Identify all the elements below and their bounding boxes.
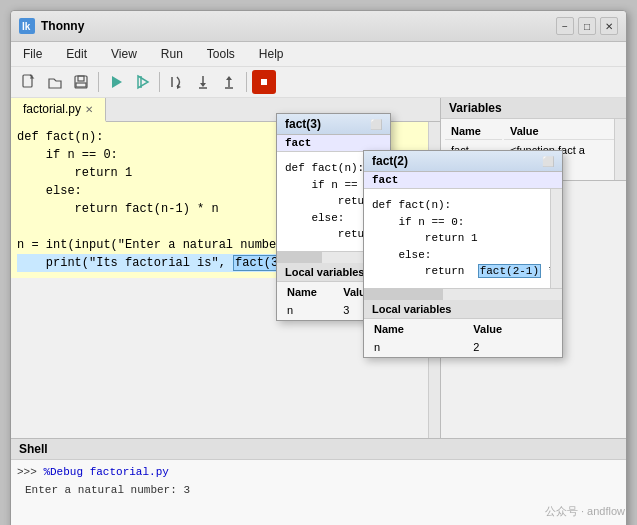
toolbar-separator-1 <box>98 72 99 92</box>
title-bar: Ik Thonny − □ ✕ <box>11 11 626 42</box>
bottom-area: Shell >>> %Debug factorial.py Enter a na… <box>11 438 626 525</box>
step-over-button[interactable] <box>165 70 189 94</box>
app-icon: Ik <box>19 18 35 34</box>
main-area: factorial.py ✕ def fact(n): if n == 0: r… <box>11 98 626 438</box>
tab-label: factorial.py <box>23 102 81 116</box>
floating-fact2-vscrollbar[interactable] <box>550 189 562 288</box>
toolbar <box>11 67 626 98</box>
menu-tools[interactable]: Tools <box>201 45 241 63</box>
minimize-button[interactable]: − <box>556 17 574 35</box>
svg-rect-4 <box>78 76 84 81</box>
fact2-col-name: Name <box>366 321 463 337</box>
floating-fact3-title-text: fact(3) <box>285 117 321 131</box>
tab-close-icon[interactable]: ✕ <box>85 104 93 115</box>
svg-marker-6 <box>112 76 122 88</box>
floating-fact2-window: fact(2) ⬜ fact def fact(n): if n == 0: r… <box>363 150 563 358</box>
floating-fact2-close[interactable]: ⬜ <box>542 156 554 167</box>
fact2-var-row: n 2 <box>366 339 560 355</box>
shell-panel: Shell >>> %Debug factorial.py Enter a na… <box>11 439 626 525</box>
menu-edit[interactable]: Edit <box>60 45 93 63</box>
variables-scrollbar[interactable] <box>614 119 626 180</box>
shell-content[interactable]: >>> %Debug factorial.py Enter a natural … <box>11 460 626 525</box>
menu-bar: File Edit View Run Tools Help <box>11 42 626 67</box>
svg-rect-2 <box>23 75 32 87</box>
fact2-var-value: 2 <box>465 339 560 355</box>
close-button[interactable]: ✕ <box>600 17 618 35</box>
toolbar-separator-3 <box>246 72 247 92</box>
stop-button[interactable] <box>252 70 276 94</box>
col-value: Value <box>504 123 622 140</box>
shell-command: %Debug factorial.py <box>43 466 168 478</box>
toolbar-separator-2 <box>159 72 160 92</box>
menu-run[interactable]: Run <box>155 45 189 63</box>
shell-prompt-symbol: >>> <box>17 466 37 478</box>
svg-rect-18 <box>261 79 267 85</box>
floating-fact2-title[interactable]: fact(2) ⬜ <box>364 151 562 172</box>
svg-text:Ik: Ik <box>22 21 31 32</box>
floating-fact2-code[interactable]: def fact(n): if n == 0: return 1 else: r… <box>364 189 562 288</box>
floating-fact2-local-vars-header: Local variables <box>364 300 562 319</box>
debug-button[interactable] <box>130 70 154 94</box>
step-into-button[interactable] <box>191 70 215 94</box>
floating-fact3-close[interactable]: ⬜ <box>370 119 382 130</box>
floating-fact2-frame-label: fact <box>364 172 562 189</box>
variables-header: Variables <box>441 98 626 119</box>
floating-fact3-title[interactable]: fact(3) ⬜ <box>277 114 390 135</box>
svg-marker-15 <box>226 76 232 80</box>
menu-help[interactable]: Help <box>253 45 290 63</box>
floating-fact2-local-vars: Local variables Name Value n 2 <box>364 300 562 357</box>
tab-factorial[interactable]: factorial.py ✕ <box>11 98 106 122</box>
shell-header: Shell <box>11 439 626 460</box>
step-out-button[interactable] <box>217 70 241 94</box>
highlighted-fact2-call: fact(2-1) <box>478 264 541 278</box>
svg-rect-5 <box>76 83 86 87</box>
run-button[interactable] <box>104 70 128 94</box>
floating-fact2-code-content: def fact(n): if n == 0: return 1 else: r… <box>368 193 558 284</box>
floating-fact2-hscrollbar[interactable] <box>364 288 562 300</box>
svg-marker-12 <box>200 83 206 87</box>
fact2-col-value: Value <box>465 321 560 337</box>
svg-marker-7 <box>138 76 148 88</box>
main-window: Ik Thonny − □ ✕ File Edit View Run Tools… <box>10 10 627 525</box>
maximize-button[interactable]: □ <box>578 17 596 35</box>
floating-fact2-title-text: fact(2) <box>372 154 408 168</box>
window-title: Thonny <box>41 19 556 33</box>
window-controls: − □ ✕ <box>556 17 618 35</box>
menu-file[interactable]: File <box>17 45 48 63</box>
shell-output: Enter a natural number: 3 <box>25 482 620 500</box>
shell-prompt-line: >>> %Debug factorial.py <box>17 464 620 482</box>
save-file-button[interactable] <box>69 70 93 94</box>
floating-fact2-vars-table: Name Value n 2 <box>364 319 562 357</box>
svg-rect-3 <box>75 76 87 88</box>
new-file-button[interactable] <box>17 70 41 94</box>
col-name: Name <box>445 123 502 140</box>
watermark: 公众号 · andflow <box>545 504 625 519</box>
menu-view[interactable]: View <box>105 45 143 63</box>
fact2-var-name: n <box>366 339 463 355</box>
open-file-button[interactable] <box>43 70 67 94</box>
fact3-col-name: Name <box>279 284 333 300</box>
fact3-var-name: n <box>279 302 333 318</box>
